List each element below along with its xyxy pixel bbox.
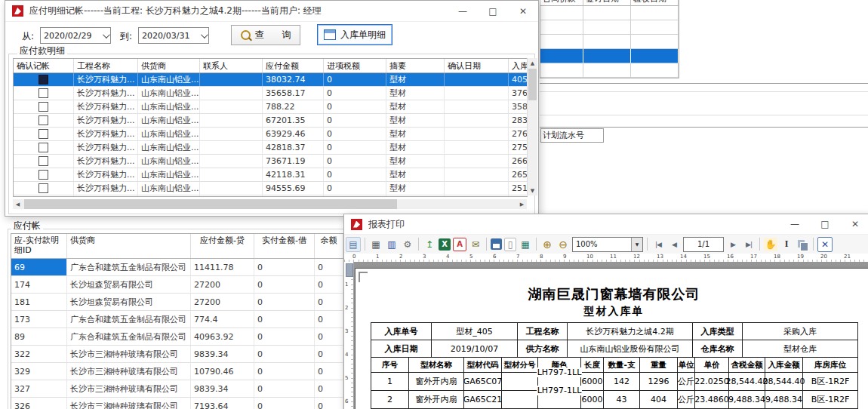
cell-amount[interactable]: 73671.19 — [263, 155, 324, 168]
form-icon[interactable]: ▤ — [346, 237, 361, 252]
column-header[interactable]: 工程名称 — [74, 59, 138, 72]
cell-receipt[interactable]: 358 — [509, 100, 528, 113]
first-icon[interactable]: |◀ — [651, 238, 665, 251]
cell-id[interactable]: 89 — [11, 328, 67, 345]
column-header[interactable]: 确认记帐 — [14, 59, 74, 72]
cell-contact[interactable] — [200, 114, 263, 127]
cell-supplier[interactable]: 广东合和建筑五金制品有限公司 — [67, 259, 191, 275]
cell-supplier[interactable]: 山东南山铝业... — [138, 100, 200, 113]
cell-balance[interactable]: 0 — [315, 363, 343, 380]
cell-credit[interactable]: 9839.34 — [191, 346, 254, 362]
chevron-down-icon[interactable] — [198, 28, 208, 43]
last-icon[interactable]: ▶| — [742, 238, 756, 251]
cell-debit[interactable]: 0 — [254, 380, 315, 397]
column-header[interactable]: 应付金额-贷 — [191, 234, 254, 258]
close-button[interactable]: ✕ — [840, 214, 868, 234]
cell-summary[interactable]: 型材 — [386, 128, 445, 140]
column-header[interactable]: 供货商 — [138, 59, 200, 72]
minimize-button[interactable]: — — [448, 1, 478, 21]
cell-project[interactable]: 长沙万科魅力... — [74, 73, 138, 86]
cell-balance[interactable]: 0 — [315, 276, 343, 293]
cell-balance[interactable]: 0 — [315, 311, 343, 328]
cell-tax[interactable]: 0 — [324, 141, 386, 154]
checkbox[interactable] — [38, 115, 48, 125]
cell-debit[interactable]: 0 — [254, 311, 315, 328]
table-row[interactable]: 69广东合和建筑五金制品有限公司11411.7800 — [11, 259, 343, 276]
cell-credit[interactable]: 11411.78 — [191, 259, 254, 275]
cell-confirm-check[interactable] — [14, 73, 74, 86]
checkbox[interactable] — [38, 88, 48, 98]
checkbox[interactable] — [38, 129, 48, 139]
ruler-scroll-thumb[interactable] — [346, 263, 353, 277]
cell-id[interactable]: 69 — [11, 259, 67, 275]
cell-supplier[interactable]: 山东南山铝业... — [138, 182, 200, 195]
flow-no-field[interactable]: 计划流水号 — [540, 128, 604, 143]
column-header[interactable]: 应付金额 — [263, 59, 324, 72]
cell-receipt[interactable]: 275 — [509, 141, 528, 154]
table-row[interactable]: 174长沙坦森贸易有限公司2720000 — [11, 276, 343, 294]
cell-tax[interactable]: 0 — [324, 195, 386, 197]
table-row[interactable]: 322长沙市三湘特种玻璃有限公司9839.3400 — [11, 346, 343, 363]
cell-summary[interactable]: 型材 — [386, 141, 445, 154]
column-header[interactable]: 确认日期 — [445, 59, 509, 72]
table-row[interactable]: 长沙万科魅力...山东南山铝业...67201.350型材283 — [14, 114, 528, 128]
grid-icon[interactable]: ▦ — [519, 238, 532, 251]
cell-id[interactable]: 174 — [11, 276, 67, 293]
chevron-down-icon[interactable] — [100, 28, 110, 43]
cell-id[interactable]: 327 — [11, 380, 67, 397]
table-row[interactable]: 329长沙市三湘特种玻璃有限公司10790.4600 — [11, 363, 343, 380]
hand-icon[interactable]: ✋ — [764, 238, 777, 251]
scroll-right-icon[interactable]: ▶ — [517, 199, 527, 209]
cell-confirm-date[interactable] — [445, 155, 509, 168]
cell-confirm-date[interactable] — [445, 141, 509, 154]
cell-project[interactable]: 长沙万科魅力... — [74, 114, 138, 127]
cell-tax[interactable]: 0 — [324, 168, 386, 181]
cell-summary[interactable]: 型材 — [386, 114, 445, 127]
cell-supplier[interactable]: 长沙坦森贸易有限公司 — [67, 276, 191, 293]
cell-confirm-check[interactable] — [14, 182, 74, 195]
cell-project[interactable]: 长沙万科魅力... — [74, 182, 138, 195]
cell-receipt[interactable]: 251 — [509, 182, 528, 195]
mail-icon[interactable]: ✉ — [469, 238, 482, 251]
table-row[interactable]: 173广东合和建筑五金制品有限公司774.400 — [11, 311, 343, 328]
cell-supplier[interactable]: 山东南山铝业... — [138, 141, 200, 154]
cell-credit[interactable]: 10790.46 — [191, 363, 254, 380]
payable-detail-table[interactable]: 确认记帐工程名称供货商联系人应付金额进项税额摘要确认日期入库 长沙万科魅力...… — [13, 58, 528, 197]
column-header[interactable]: 余额 — [315, 234, 343, 258]
cell-contact[interactable] — [200, 141, 263, 154]
excel-icon[interactable]: X — [439, 238, 451, 251]
horizontal-scrollbar[interactable]: ◀ ▶ — [13, 199, 527, 209]
cell-confirm-check[interactable] — [14, 100, 74, 113]
cell-credit[interactable]: 774.4 — [191, 311, 254, 328]
cell-supplier[interactable]: 广东合和建筑五金制品有限公司 — [67, 311, 191, 328]
query-button[interactable]: 查 询 — [231, 25, 300, 45]
cell-amount[interactable]: 67201.35 — [263, 114, 324, 127]
cell-confirm-date[interactable] — [445, 168, 509, 181]
table-row[interactable]: 326长沙市三湘特种玻璃有限公司7193.6400 — [11, 398, 343, 409]
vertical-scrollbar[interactable]: ▲ ▼ — [527, 58, 537, 195]
column-header[interactable]: 入库 — [509, 59, 528, 72]
cell-supplier[interactable]: 山东南山铝业... — [138, 87, 200, 100]
cell-receipt[interactable]: 252 — [509, 195, 528, 197]
cell-contact[interactable] — [200, 155, 263, 168]
cell-balance[interactable]: 0 — [315, 398, 343, 409]
scroll-thumb[interactable] — [528, 69, 537, 100]
cell-receipt[interactable]: 276 — [509, 128, 528, 140]
chevron-down-icon[interactable]: ▼ — [631, 238, 642, 251]
cell-receipt[interactable]: 266 — [509, 155, 528, 168]
cell-project[interactable]: 长沙万科魅力... — [74, 128, 138, 140]
cell-tax[interactable]: 0 — [324, 155, 386, 168]
cell-receipt[interactable]: 283 — [509, 114, 528, 127]
prev-icon[interactable]: ◀ — [667, 238, 681, 251]
cell-confirm-check[interactable] — [14, 114, 74, 127]
cell-debit[interactable]: 0 — [254, 328, 315, 345]
cell-credit[interactable]: 9839.34 — [191, 380, 254, 397]
cell-tax[interactable]: 0 — [324, 87, 386, 100]
cell-supplier[interactable]: 长沙市三湘特种玻璃有限公司 — [67, 346, 191, 362]
zoom-in-icon[interactable]: ⊕ — [540, 238, 554, 251]
column-header[interactable]: 供货商 — [67, 234, 191, 258]
cell-debit[interactable]: 0 — [254, 276, 315, 293]
cell-supplier[interactable]: 长沙市三湘特种玻璃有限公司 — [67, 398, 191, 409]
column-header[interactable]: 进项税额 — [324, 59, 386, 72]
cell-project[interactable]: 长沙万科魅力... — [74, 100, 138, 113]
